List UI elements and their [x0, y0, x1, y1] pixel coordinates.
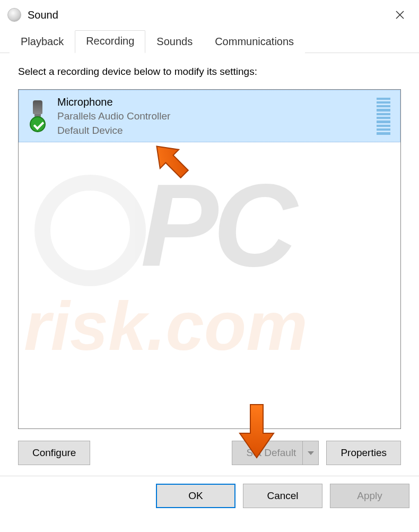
titlebar: Sound	[0, 0, 419, 29]
device-controller: Parallels Audio Controller	[57, 109, 369, 124]
close-button[interactable]	[388, 3, 412, 27]
level-meter	[377, 98, 390, 135]
set-default-dropdown[interactable]	[302, 441, 318, 465]
device-item-microphone[interactable]: Microphone Parallels Audio Controller De…	[19, 90, 400, 142]
tab-playback[interactable]: Playback	[10, 31, 75, 53]
device-status: Default Device	[57, 124, 369, 138]
tab-recording[interactable]: Recording	[75, 30, 145, 53]
ok-button[interactable]: OK	[156, 484, 235, 508]
cancel-button[interactable]: Cancel	[243, 484, 322, 508]
recording-panel: Select a recording device below to modif…	[0, 53, 419, 476]
window-title: Sound	[28, 9, 58, 21]
close-icon	[396, 11, 404, 19]
sound-app-icon	[7, 8, 21, 22]
properties-button[interactable]: Properties	[326, 441, 401, 465]
watermark: PC risk.com	[19, 153, 400, 428]
tab-sounds[interactable]: Sounds	[145, 31, 204, 53]
set-default-label: Set Default	[246, 447, 296, 459]
device-icon-column	[25, 100, 50, 132]
microphone-icon	[33, 100, 42, 114]
default-check-icon	[30, 116, 46, 132]
dialog-footer: OK Cancel Apply	[0, 476, 419, 508]
set-default-button[interactable]: Set Default	[232, 441, 319, 465]
configure-button[interactable]: Configure	[18, 441, 90, 465]
apply-button[interactable]: Apply	[330, 484, 409, 508]
device-list[interactable]: PC risk.com Microphone Parallels Audio C…	[18, 89, 401, 429]
instruction-text: Select a recording device below to modif…	[18, 66, 401, 78]
chevron-down-icon	[308, 451, 314, 455]
panel-button-row: Configure Set Default Properties	[18, 441, 401, 465]
tab-communications[interactable]: Communications	[204, 31, 305, 53]
device-text: Microphone Parallels Audio Controller De…	[57, 95, 369, 138]
tab-row: Playback Recording Sounds Communications	[0, 29, 419, 53]
device-name: Microphone	[57, 95, 369, 109]
